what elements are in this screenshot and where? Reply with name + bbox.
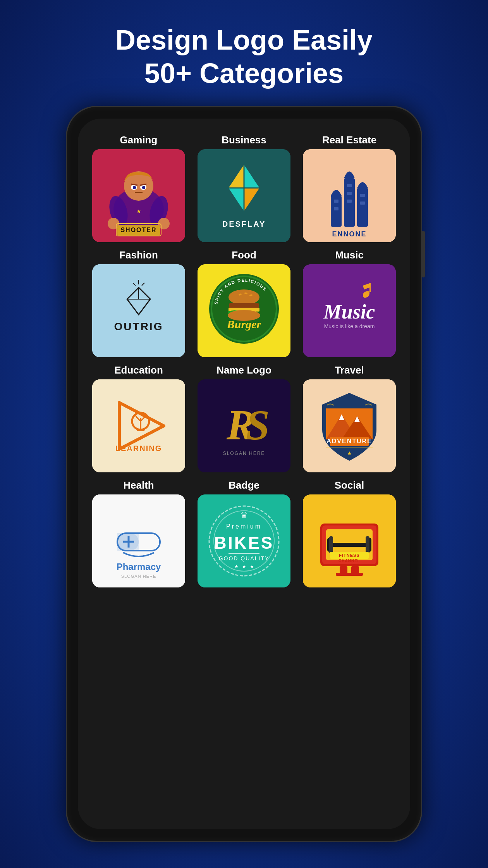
category-social-label: Social bbox=[335, 479, 364, 491]
category-food[interactable]: Food SPICY AND DELICIOUS bbox=[195, 249, 293, 357]
logo-fashion: OUTRIG bbox=[92, 264, 185, 357]
logo-gaming: SHOOTER ★ bbox=[92, 149, 185, 242]
svg-text:Music: Music bbox=[323, 301, 375, 323]
logo-food: SPICY AND DELICIOUS bbox=[198, 264, 290, 357]
svg-text:GOOD QUALITY: GOOD QUALITY bbox=[219, 555, 270, 561]
svg-rect-33 bbox=[360, 202, 365, 205]
svg-rect-27 bbox=[334, 200, 339, 203]
svg-rect-55 bbox=[229, 303, 259, 308]
logo-social: FITNESS CHANNEL bbox=[303, 494, 396, 587]
category-social[interactable]: Social bbox=[300, 479, 399, 587]
category-namelogo-label: Name Logo bbox=[217, 364, 271, 376]
svg-text:LEARNING: LEARNING bbox=[115, 444, 162, 453]
category-badge[interactable]: Badge ♛ Premium BIKES bbox=[195, 479, 293, 587]
svg-point-51 bbox=[229, 289, 259, 305]
logo-health: Pharmacy SLOGAN HERE bbox=[92, 494, 185, 587]
svg-rect-35 bbox=[92, 264, 185, 357]
svg-point-6 bbox=[142, 186, 145, 189]
logo-badge: ♛ Premium BIKES GOOD QUALITY ★ ★ ★ bbox=[198, 494, 290, 587]
category-business[interactable]: Business bbox=[195, 134, 293, 242]
category-realestate[interactable]: Real Estate bbox=[300, 134, 399, 242]
svg-text:Premium: Premium bbox=[226, 523, 262, 530]
svg-text:Burger: Burger bbox=[227, 318, 261, 331]
logo-education: LEARNING bbox=[92, 379, 185, 472]
svg-text:Music is like a dream: Music is like a dream bbox=[324, 323, 375, 329]
svg-text:Pharmacy: Pharmacy bbox=[117, 561, 161, 572]
categories-grid: Gaming bbox=[88, 130, 400, 591]
logo-music: Music Music is like a dream bbox=[303, 264, 396, 357]
svg-text:S: S bbox=[246, 401, 270, 449]
svg-text:★: ★ bbox=[136, 208, 141, 214]
svg-rect-28 bbox=[334, 207, 339, 210]
category-badge-label: Badge bbox=[229, 479, 259, 491]
phone-frame: Gaming bbox=[66, 106, 422, 842]
svg-point-5 bbox=[133, 186, 136, 189]
svg-text:ADVENTURE: ADVENTURE bbox=[326, 438, 372, 444]
svg-text:★: ★ bbox=[242, 564, 246, 569]
category-business-label: Business bbox=[222, 134, 266, 146]
logo-travel: ADVENTURE ★ bbox=[303, 379, 396, 472]
svg-rect-107 bbox=[330, 543, 369, 547]
category-namelogo[interactable]: Name Logo R S SLOGAN HERE bbox=[195, 364, 293, 472]
svg-text:BIKES: BIKES bbox=[214, 533, 274, 552]
logo-business: DESFLAY bbox=[198, 149, 290, 242]
headline-line2: 50+ Categories bbox=[144, 58, 344, 89]
category-health-label: Health bbox=[123, 479, 154, 491]
category-music-label: Music bbox=[335, 249, 364, 261]
svg-rect-111 bbox=[366, 536, 369, 553]
phone-screen: Gaming bbox=[78, 119, 410, 829]
category-health[interactable]: Health Pharmacy bbox=[89, 479, 188, 587]
svg-rect-30 bbox=[347, 192, 352, 195]
category-gaming-label: Gaming bbox=[120, 134, 158, 146]
svg-text:SHOOTER: SHOOTER bbox=[120, 227, 156, 233]
svg-rect-32 bbox=[360, 194, 365, 197]
svg-rect-31 bbox=[347, 200, 352, 203]
svg-text:SLOGAN HERE: SLOGAN HERE bbox=[121, 574, 156, 579]
category-fashion[interactable]: Fashion bbox=[89, 249, 188, 357]
svg-text:OUTRIG: OUTRIG bbox=[114, 320, 163, 332]
svg-text:ENNONE: ENNONE bbox=[332, 230, 366, 238]
category-travel[interactable]: Travel bbox=[300, 364, 399, 472]
svg-text:FITNESS: FITNESS bbox=[339, 553, 359, 558]
svg-text:SLOGAN HERE: SLOGAN HERE bbox=[223, 451, 265, 456]
svg-rect-29 bbox=[347, 184, 352, 187]
svg-text:♛: ♛ bbox=[241, 511, 247, 519]
svg-rect-117 bbox=[336, 573, 363, 576]
category-music[interactable]: Music Music Music is like a dream bbox=[300, 249, 399, 357]
category-realestate-label: Real Estate bbox=[322, 134, 376, 146]
logo-namelogo: R S SLOGAN HERE bbox=[198, 379, 290, 472]
svg-rect-109 bbox=[329, 536, 333, 553]
svg-text:CHANNEL: CHANNEL bbox=[339, 559, 360, 563]
logo-realestate: ENNONE bbox=[303, 149, 396, 242]
category-education[interactable]: Education bbox=[89, 364, 188, 472]
category-education-label: Education bbox=[114, 364, 163, 376]
svg-text:DESFLAY: DESFLAY bbox=[222, 220, 266, 228]
svg-text:★: ★ bbox=[347, 450, 352, 456]
headline-line1: Design Logo Easily bbox=[115, 24, 373, 55]
category-travel-label: Travel bbox=[335, 364, 364, 376]
category-food-label: Food bbox=[232, 249, 256, 261]
category-fashion-label: Fashion bbox=[119, 249, 158, 261]
svg-text:★: ★ bbox=[250, 564, 254, 569]
headline: Design Logo Easily 50+ Categories bbox=[115, 23, 373, 90]
svg-text:★: ★ bbox=[234, 564, 239, 569]
svg-rect-62 bbox=[92, 379, 185, 472]
category-gaming[interactable]: Gaming bbox=[89, 134, 188, 242]
